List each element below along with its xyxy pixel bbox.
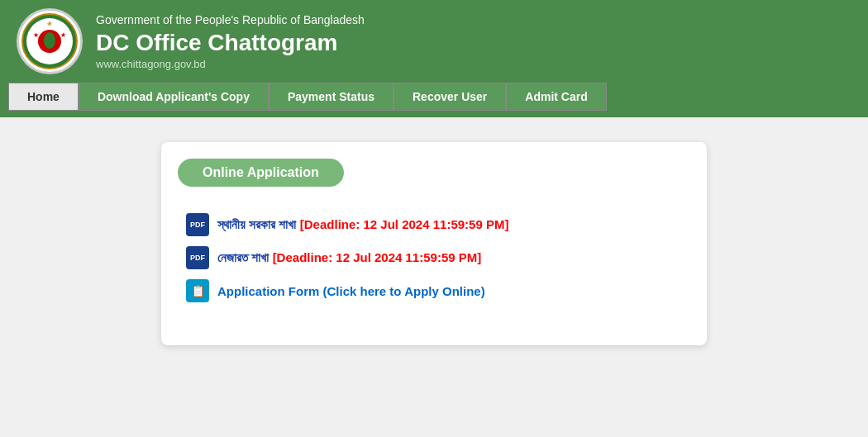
main-content: Online Application PDF স্থানীয় সরকার শা… — [0, 117, 868, 431]
navigation: Home Download Applicant's Copy Payment S… — [0, 83, 868, 117]
nav-item-home[interactable]: Home — [8, 83, 79, 111]
government-logo: ★ ★ সরকার ❀ — [17, 8, 83, 74]
application-card: Online Application PDF স্থানীয় সরকার শা… — [161, 142, 707, 345]
application-form-link[interactable]: Application Form (Click here to Apply On… — [217, 284, 485, 298]
svg-text:★: ★ — [60, 31, 66, 39]
website-url: www.chittagong.gov.bd — [96, 58, 365, 70]
deadline-1: [Deadline: 12 Jul 2024 11:59:59 PM] — [300, 217, 509, 231]
nav-item-recover[interactable]: Recover User — [393, 83, 506, 111]
pdf-icon-1: PDF — [186, 213, 209, 236]
list-item-1[interactable]: PDF স্থানীয় সরকার শাখা [Deadline: 12 Ju… — [186, 213, 682, 236]
svg-text:❀: ❀ — [47, 21, 52, 26]
section-title: Online Application — [203, 165, 319, 179]
nav-item-download[interactable]: Download Applicant's Copy — [79, 83, 269, 111]
card-header: Online Application — [178, 159, 344, 187]
svg-point-3 — [44, 32, 55, 49]
government-title: Government of the People's Republic of B… — [96, 13, 365, 26]
nav-item-payment[interactable]: Payment Status — [269, 83, 393, 111]
svg-text:সরকার: সরকার — [45, 59, 55, 64]
form-icon: 📋 — [186, 279, 209, 302]
bangla-link-2[interactable]: নেজারত শাখা — [217, 250, 269, 264]
list-item-2[interactable]: PDF নেজারত শাখা [Deadline: 12 Jul 2024 1… — [186, 246, 682, 269]
bangla-link-1[interactable]: স্থানীয় সরকার শাখা — [217, 217, 296, 231]
header-text-block: Government of the People's Republic of B… — [96, 13, 365, 70]
site-header: ★ ★ সরকার ❀ Government of the People's R… — [0, 0, 868, 83]
nav-item-admit[interactable]: Admit Card — [506, 83, 606, 111]
nav-bar: Home Download Applicant's Copy Payment S… — [8, 83, 860, 111]
svg-text:★: ★ — [33, 31, 39, 39]
deadline-2: [Deadline: 12 Jul 2024 11:59:59 PM] — [273, 250, 482, 264]
office-title: DC Office Chattogram — [96, 30, 365, 56]
card-body: PDF স্থানীয় সরকার শাখা [Deadline: 12 Ju… — [161, 195, 707, 321]
pdf-icon-2: PDF — [186, 246, 209, 269]
list-item-3[interactable]: 📋 Application Form (Click here to Apply … — [186, 279, 682, 302]
